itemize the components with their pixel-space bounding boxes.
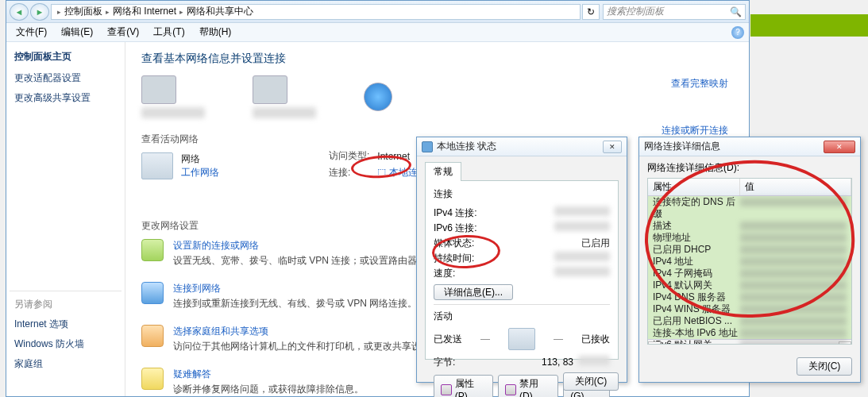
scroll-left-icon[interactable]: ◄: [648, 341, 661, 345]
dialog-title: 本地连接 状态: [437, 140, 496, 153]
view-full-map-link[interactable]: 查看完整映射: [671, 77, 728, 91]
monitor-icon: [508, 328, 535, 350]
media-label: 媒体状态:: [434, 237, 474, 250]
blurred-value: [740, 198, 847, 206]
col-property[interactable]: 属性: [648, 179, 740, 195]
list-row[interactable]: 已启用 NetBIOS ...: [648, 315, 851, 327]
sidebar: 控制面板主页 更改适配器设置 更改高级共享设置 另请参阅 Internet 选项…: [6, 42, 125, 396]
list-row[interactable]: 物理地址: [648, 232, 851, 244]
list-row[interactable]: IPv4 子网掩码: [648, 268, 851, 279]
disable-button[interactable]: 禁用(D): [498, 375, 558, 397]
sidebar-adapter-link[interactable]: 更改适配器设置: [10, 68, 122, 88]
sidebar-sharing-link[interactable]: 更改高级共享设置: [10, 88, 122, 108]
setting-title: 选择家庭组和共享选项: [173, 325, 440, 338]
breadcrumb[interactable]: ▸ 控制面板 ▸ 网络和 Internet ▸ 网络和共享中心: [51, 4, 581, 20]
menu-edit[interactable]: 编辑(E): [56, 24, 98, 40]
dialog-titlebar[interactable]: 本地连接 状态 ✕: [417, 137, 627, 156]
list-row[interactable]: 连接特定的 DNS 后缀: [648, 196, 851, 220]
blurred-value: [554, 267, 610, 276]
network-details-dialog: 网络连接详细信息 ✕ 网络连接详细信息(D): 属性 值 连接特定的 DNS 后…: [638, 137, 861, 383]
list-row[interactable]: IPv6 默认网关: [648, 339, 851, 345]
refresh-button[interactable]: ↻: [582, 4, 600, 20]
menu-bar: 文件(F) 编辑(E) 查看(V) 工具(T) 帮助(H) ?: [6, 23, 749, 42]
shield-icon: [441, 384, 452, 395]
breadcrumb-seg[interactable]: 网络和 Internet: [113, 5, 176, 18]
search-placeholder: 搜索控制面板: [607, 5, 664, 18]
col-value[interactable]: 值: [740, 179, 851, 195]
blurred-value: [740, 317, 847, 326]
media-value: 已启用: [581, 237, 610, 250]
nav-back-button[interactable]: ◄: [10, 3, 29, 21]
network-map: [141, 75, 733, 118]
menu-view[interactable]: 查看(V): [102, 24, 144, 40]
sidebar-homegroup[interactable]: 家庭组: [10, 354, 122, 374]
menu-help[interactable]: 帮助(H): [195, 24, 237, 40]
list-row[interactable]: 已启用 DHCP: [648, 244, 851, 256]
breadcrumb-seg[interactable]: 网络和共享中心: [187, 5, 253, 18]
blurred-value: [740, 281, 847, 290]
properties-button[interactable]: 属性(P): [434, 375, 493, 397]
details-button[interactable]: 详细信息(E)...: [434, 284, 513, 300]
list-row[interactable]: IPv4 DNS 服务器: [648, 291, 851, 303]
connection-label: 连接:: [326, 166, 372, 181]
sidebar-firewall[interactable]: Windows 防火墙: [10, 334, 122, 354]
setting-title: 疑难解答: [173, 368, 364, 381]
search-icon: 🔍: [730, 6, 742, 17]
sent-label: 已发送: [434, 333, 462, 346]
sidebar-home-link[interactable]: 控制面板主页: [10, 50, 122, 64]
blurred-label: [141, 107, 205, 118]
property-cell: IPv4 默认网关: [653, 279, 740, 291]
list-row[interactable]: 连接-本地 IPv6 地址: [648, 327, 851, 339]
dialog-titlebar[interactable]: 网络连接详细信息 ✕: [639, 137, 860, 156]
close-button[interactable]: 关闭(C): [563, 372, 619, 391]
list-row[interactable]: IPv4 地址: [648, 256, 851, 268]
breadcrumb-seg[interactable]: 控制面板: [64, 5, 102, 18]
list-label: 网络连接详细信息(D):: [647, 161, 852, 175]
property-cell: 已启用 NetBIOS ...: [653, 315, 740, 327]
connect-disconnect-link[interactable]: 连接或断开连接: [662, 124, 728, 137]
property-cell: 已启用 DHCP: [653, 244, 740, 256]
blurred-value: [740, 233, 847, 242]
blurred-value: [740, 305, 847, 314]
close-icon[interactable]: ✕: [603, 141, 622, 153]
menu-file[interactable]: 文件(F): [11, 24, 52, 40]
property-cell: 描述: [653, 220, 740, 232]
details-listview[interactable]: 属性 值 连接特定的 DNS 后缀描述物理地址已启用 DHCPIPv4 地址IP…: [647, 178, 852, 345]
divider: [10, 291, 122, 291]
setting-desc: 诊断并修复网络问题，或获得故障排除信息。: [173, 384, 364, 395]
property-cell: 连接-本地 IPv6 地址: [653, 327, 740, 339]
menu-tools[interactable]: 工具(T): [149, 24, 189, 40]
nav-fwd-button[interactable]: ►: [30, 3, 49, 21]
help-icon[interactable]: ?: [731, 26, 744, 39]
duration-label: 持续时间:: [434, 252, 474, 265]
list-row[interactable]: 描述: [648, 220, 851, 232]
list-header[interactable]: 属性 值: [648, 179, 851, 196]
chevron-icon: ▸: [179, 8, 183, 16]
property-cell: IPv4 地址: [653, 256, 740, 268]
list-row[interactable]: IPv4 WINS 服务器: [648, 303, 851, 315]
speed-label: 速度:: [434, 267, 455, 280]
ipv4-label: IPv4 连接:: [434, 206, 477, 220]
network-icon: [141, 152, 173, 179]
close-icon[interactable]: ✕: [824, 141, 855, 153]
access-type-label: 访问类型:: [326, 149, 372, 164]
shield-icon: [505, 384, 516, 395]
blurred-value: [740, 257, 847, 266]
lan-icon: ⬚: [377, 167, 388, 178]
homegroup-icon: [141, 325, 164, 347]
group-activity: 活动: [434, 310, 610, 323]
search-input[interactable]: 搜索控制面板 🔍: [603, 4, 746, 20]
property-cell: 物理地址: [653, 232, 740, 244]
chevron-icon: ▸: [106, 8, 110, 16]
list-row[interactable]: IPv4 默认网关: [648, 279, 851, 291]
setting-title: 连接到网络: [173, 282, 417, 295]
sidebar-inet-options[interactable]: Internet 选项: [10, 314, 122, 334]
network-type-link[interactable]: 工作网络: [181, 166, 219, 179]
tab-general[interactable]: 常规: [425, 162, 461, 181]
connect-icon: [141, 282, 164, 304]
address-bar-row: ◄ ► ▸ 控制面板 ▸ 网络和 Internet ▸ 网络和共享中心 ↻ 搜索…: [6, 1, 749, 23]
dialog-title: 网络连接详细信息: [644, 140, 720, 153]
close-button[interactable]: 关闭(C): [797, 357, 852, 376]
shield-icon: [141, 239, 164, 261]
recv-label: 已接收: [581, 333, 610, 346]
